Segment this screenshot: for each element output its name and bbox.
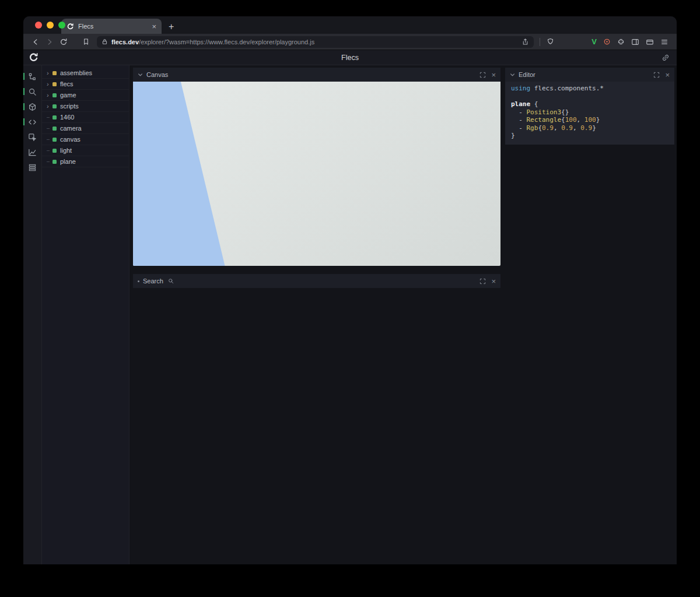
brave-shield-button[interactable] (544, 36, 556, 48)
wallet-button[interactable] (646, 38, 654, 46)
entity-label: 1460 (60, 114, 74, 121)
tree-item-assemblies[interactable]: ›assemblies (42, 68, 129, 79)
entity-label: flecs (60, 80, 74, 87)
search-panel-actions: × (480, 278, 496, 285)
tab-close-button[interactable]: × (152, 23, 156, 30)
rail-item-entities[interactable] (23, 99, 41, 114)
expand-arrow-icon[interactable]: › (47, 103, 52, 110)
url-text: flecs.dev/explorer/?wasm=https://www.fle… (111, 38, 314, 45)
entity-label: plane (60, 158, 76, 165)
share-icon (522, 38, 529, 45)
share-link-button[interactable] (662, 54, 670, 62)
extension-v-button[interactable]: V (592, 37, 597, 46)
main-area: ›assemblies›flecs›game›scripts–1460–came… (23, 65, 677, 564)
collapse-chevron-icon[interactable] (138, 72, 143, 78)
page-title: Flecs (23, 54, 677, 62)
leaf-dash-icon: – (47, 137, 52, 142)
code-line: - Position3{} (511, 108, 668, 117)
search-panel-title: Search (143, 278, 163, 285)
forward-icon (46, 38, 54, 46)
reload-button[interactable] (57, 36, 70, 48)
bookmark-icon (82, 38, 90, 45)
url-bar[interactable]: flecs.dev/explorer/?wasm=https://www.fle… (97, 36, 534, 48)
entity-color-swatch (52, 138, 57, 142)
tree-item-camera[interactable]: –camera (42, 123, 129, 134)
forward-button[interactable] (43, 36, 56, 48)
close-panel-icon[interactable]: × (491, 278, 496, 285)
back-icon (32, 38, 40, 46)
tree-item-light[interactable]: –light (42, 145, 129, 156)
canvas-column: Canvas × Search (133, 68, 501, 288)
rail-item-stats[interactable] (23, 145, 41, 160)
search-panel-header[interactable]: Search × (133, 274, 501, 288)
browser-tab-flecs[interactable]: Flecs × (61, 19, 162, 34)
code-line: plane { (511, 100, 668, 108)
canvas-panel-header: Canvas × (133, 68, 501, 82)
fullscreen-icon[interactable] (653, 72, 660, 78)
entity-label: scripts (60, 103, 79, 110)
stats-icon (28, 148, 37, 157)
rail-item-outliner[interactable] (23, 69, 41, 84)
entity-color-swatch (52, 149, 57, 153)
content-area: Canvas × Search (130, 65, 677, 564)
entity-color-swatch (52, 82, 57, 86)
flecs-favicon-icon (66, 23, 74, 30)
code-line (511, 93, 668, 101)
tree-item-flecs[interactable]: ›flecs (42, 79, 129, 90)
traffic-lights (35, 22, 65, 29)
bookmark-button[interactable] (79, 36, 92, 48)
toolbar-right-icons: V (592, 37, 671, 46)
tree-item-game[interactable]: ›game (42, 90, 129, 101)
hamburger-icon (660, 38, 668, 46)
minimize-window-button[interactable] (47, 22, 54, 29)
wallet-icon (646, 38, 654, 46)
app-header: Flecs (23, 50, 677, 65)
rail-item-search[interactable] (23, 84, 41, 99)
back-button[interactable] (29, 36, 42, 48)
link-icon (662, 54, 670, 62)
close-panel-icon[interactable]: × (665, 71, 670, 79)
tree-item-1460[interactable]: –1460 (42, 112, 129, 123)
entity-label: light (60, 147, 72, 154)
url-path: /explorer/?wasm=https://www.flecs.dev/ex… (139, 38, 314, 45)
tree-item-scripts[interactable]: ›scripts (42, 101, 129, 112)
outliner-icon (28, 72, 37, 81)
expand-arrow-icon[interactable]: › (47, 92, 52, 99)
tree-item-plane[interactable]: –plane (42, 156, 129, 167)
side-panel-button[interactable] (631, 38, 639, 46)
expand-arrow-icon[interactable]: › (47, 70, 52, 76)
close-panel-icon[interactable]: × (491, 71, 496, 79)
reload-icon (60, 38, 68, 46)
tree-item-canvas[interactable]: –canvas (42, 134, 129, 145)
canvas-panel-actions: × (480, 71, 496, 79)
zoom-window-button[interactable] (58, 22, 65, 29)
share-button[interactable] (522, 38, 529, 45)
expand-arrow-icon[interactable]: › (47, 81, 52, 87)
tab-title: Flecs (78, 23, 93, 30)
inspect-icon (28, 133, 37, 142)
canvas-viewport[interactable] (133, 82, 501, 266)
lock-icon (102, 38, 108, 45)
rail-item-inspect[interactable] (23, 129, 41, 145)
collapse-chevron-icon[interactable] (510, 72, 515, 78)
entity-label: game (60, 92, 76, 99)
close-window-button[interactable] (35, 22, 42, 29)
leaf-dash-icon: – (47, 115, 52, 120)
code-line: - Rectangle{100, 100} (511, 116, 668, 124)
entity-color-swatch (52, 71, 57, 75)
leaf-dash-icon: – (47, 126, 52, 131)
rail-item-queries[interactable] (23, 160, 41, 175)
fullscreen-icon[interactable] (480, 72, 486, 78)
record-dot-icon (603, 38, 611, 45)
rail-item-code[interactable] (23, 114, 41, 129)
extensions-button[interactable] (617, 38, 625, 45)
leaf-dash-icon: – (47, 148, 52, 153)
code-editor[interactable]: using flecs.components.* plane { - Posit… (505, 82, 674, 145)
collapsed-dot-icon[interactable] (138, 280, 139, 282)
browser-toolbar: flecs.dev/explorer/?wasm=https://www.fle… (23, 34, 677, 50)
new-tab-button[interactable]: + (169, 23, 174, 31)
menu-button[interactable] (660, 38, 668, 46)
fullscreen-icon[interactable] (480, 278, 486, 285)
shield-icon (547, 38, 554, 45)
extension-red-button[interactable] (603, 38, 611, 45)
